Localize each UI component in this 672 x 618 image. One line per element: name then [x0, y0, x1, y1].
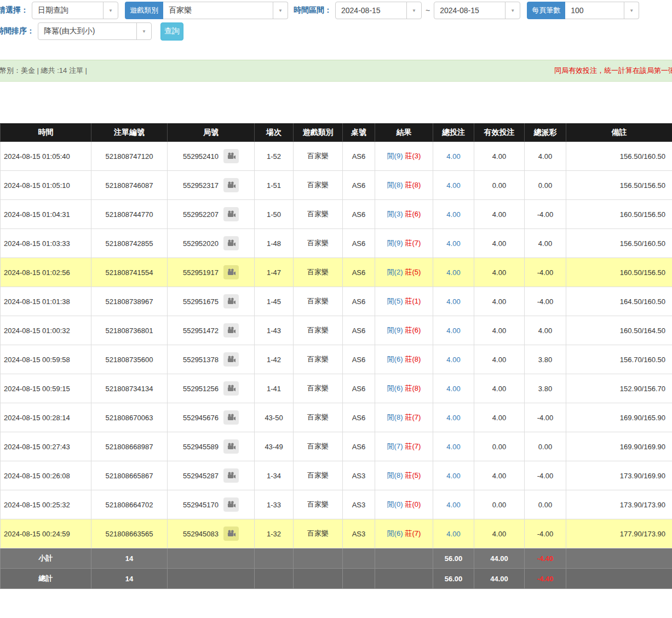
- video-camera-icon[interactable]: [223, 236, 239, 250]
- cell-result: 閒(5)莊(1): [375, 287, 433, 316]
- round-number: 552951675: [183, 297, 219, 306]
- result-banker: 莊(6): [405, 210, 421, 218]
- cell-game-type: 百家樂: [294, 316, 343, 345]
- query-type-select[interactable]: 日期查詢 ▼: [32, 2, 118, 19]
- cell-valid-bet: 4.00: [474, 403, 525, 432]
- total-bet-link[interactable]: 4.00: [446, 327, 460, 335]
- cell-session: 1-45: [255, 287, 294, 316]
- total-bet-link[interactable]: 4.00: [446, 472, 460, 480]
- notice-text: 同局有效投注，統一計算在該局第一張: [554, 66, 672, 76]
- cell-time: 2024-08-15 00:26:08: [1, 461, 91, 490]
- cell-remark: 160.50/156.50: [566, 258, 672, 287]
- round-number: 552952410: [183, 152, 219, 161]
- footer-label: 總計: [1, 569, 91, 589]
- cell-payout: -4.00: [525, 200, 566, 229]
- total-bet-link[interactable]: 4.00: [446, 210, 460, 219]
- filter-row-1: 請選擇： 日期查詢 ▼ 遊戲類別 百家樂 ▼ 時間區間： 2024-08-15 …: [0, 1, 672, 20]
- table-row: 2024-08-15 00:24:59 521808663565 5529450…: [1, 519, 672, 548]
- cell-game-type: 百家樂: [294, 345, 343, 374]
- cell-payout: -4.00: [525, 258, 566, 287]
- table-header: 時間 注單編號 局號 場次 遊戲類別 桌號 結果 總投注 有效投注 總派彩 備註: [1, 124, 672, 142]
- video-camera-icon[interactable]: [223, 439, 239, 454]
- total-bet-link[interactable]: 4.00: [446, 385, 460, 393]
- cell-game-type: 百家樂: [294, 374, 343, 403]
- cell-round: 552945170: [168, 490, 255, 519]
- cell-table-no: AS6: [343, 316, 375, 345]
- cell-payout: 3.80: [525, 374, 566, 403]
- video-camera-icon[interactable]: [223, 468, 239, 483]
- cell-bet-id: 521808747120: [91, 142, 168, 171]
- cell-total-bet: 4.00: [433, 519, 474, 548]
- video-camera-icon[interactable]: [223, 527, 239, 541]
- table-row: 2024-08-15 01:04:31 521808744770 5529522…: [1, 200, 672, 229]
- result-player: 閒(6): [387, 355, 403, 363]
- result-banker: 莊(1): [405, 297, 421, 305]
- total-bet-link[interactable]: 4.00: [446, 268, 460, 277]
- video-camera-icon[interactable]: [223, 497, 239, 512]
- cell-total-bet: 4.00: [433, 490, 474, 519]
- result-player: 閒(7): [387, 442, 403, 450]
- cell-bet-id: 521808741554: [91, 258, 168, 287]
- total-bet-link[interactable]: 4.00: [446, 530, 460, 538]
- cell-session: 1-48: [255, 229, 294, 258]
- cell-result: 閒(9)莊(6): [375, 316, 433, 345]
- cell-total-bet: 4.00: [433, 461, 474, 490]
- cell-round: 552951472: [168, 316, 255, 345]
- result-banker: 莊(5): [405, 268, 421, 276]
- page-size-select[interactable]: 100 ▼: [565, 2, 639, 19]
- video-camera-icon[interactable]: [223, 352, 239, 367]
- cell-time: 2024-08-15 00:59:15: [1, 374, 91, 403]
- video-camera-icon[interactable]: [223, 207, 239, 221]
- cell-result: 閒(2)莊(5): [375, 258, 433, 287]
- cell-table-no: AS6: [343, 142, 375, 171]
- col-header-table-no: 桌號: [343, 124, 375, 142]
- cell-payout: 0.00: [525, 432, 566, 461]
- result-player: 閒(5): [387, 297, 403, 305]
- cell-valid-bet: 4.00: [474, 287, 525, 316]
- video-camera-icon[interactable]: [223, 294, 239, 308]
- total-bet-link[interactable]: 4.00: [446, 443, 460, 451]
- total-bet-link[interactable]: 4.00: [446, 181, 460, 190]
- date-from-select[interactable]: 2024-08-15 ▼: [335, 2, 422, 19]
- video-camera-icon[interactable]: [223, 381, 239, 396]
- total-bet-link[interactable]: 4.00: [446, 501, 460, 509]
- search-button[interactable]: 查詢: [160, 22, 183, 41]
- footer-valid-bet: 44.00: [474, 548, 525, 569]
- date-to-select[interactable]: 2024-08-15 ▼: [434, 2, 520, 19]
- cell-time: 2024-08-15 01:05:10: [1, 171, 91, 200]
- cell-time: 2024-08-15 00:24:59: [1, 519, 91, 548]
- col-header-payout: 總派彩: [525, 124, 566, 142]
- cell-session: 1-33: [255, 490, 294, 519]
- sort-order-select[interactable]: 降冪(由大到小) ▼: [38, 22, 152, 40]
- cell-table-no: AS3: [343, 490, 375, 519]
- cell-time: 2024-08-15 01:01:38: [1, 287, 91, 316]
- cell-time: 2024-08-15 01:03:33: [1, 229, 91, 258]
- total-bet-link[interactable]: 4.00: [446, 297, 460, 306]
- video-camera-icon[interactable]: [223, 149, 239, 163]
- total-bet-link[interactable]: 4.00: [446, 152, 460, 161]
- cell-game-type: 百家樂: [294, 142, 343, 171]
- page-size-value: 100: [565, 2, 624, 19]
- cell-session: 1-41: [255, 374, 294, 403]
- video-camera-icon[interactable]: [223, 265, 239, 279]
- cell-time: 2024-08-15 01:05:40: [1, 142, 91, 171]
- round-number: 552952207: [183, 210, 219, 219]
- cell-remark: 160.50/156.50: [566, 200, 672, 229]
- cell-game-type: 百家樂: [294, 432, 343, 461]
- total-bet-link[interactable]: 4.00: [446, 356, 460, 364]
- video-camera-icon[interactable]: [223, 410, 239, 425]
- video-camera-icon[interactable]: [223, 178, 239, 192]
- cell-table-no: AS6: [343, 200, 375, 229]
- cell-table-no: AS6: [343, 403, 375, 432]
- cell-time: 2024-08-15 01:00:32: [1, 316, 91, 345]
- cell-bet-id: 521808664702: [91, 490, 168, 519]
- chevron-down-icon: ▼: [505, 2, 520, 19]
- cell-payout: -4.00: [525, 519, 566, 548]
- total-bet-link[interactable]: 4.00: [446, 414, 460, 422]
- result-player: 閒(9): [387, 152, 403, 160]
- round-number: 552951472: [183, 327, 219, 335]
- total-bet-link[interactable]: 4.00: [446, 239, 460, 248]
- game-type-select[interactable]: 百家樂 ▼: [163, 2, 288, 19]
- cell-result: 閒(6)莊(7): [375, 519, 433, 548]
- video-camera-icon[interactable]: [223, 323, 239, 337]
